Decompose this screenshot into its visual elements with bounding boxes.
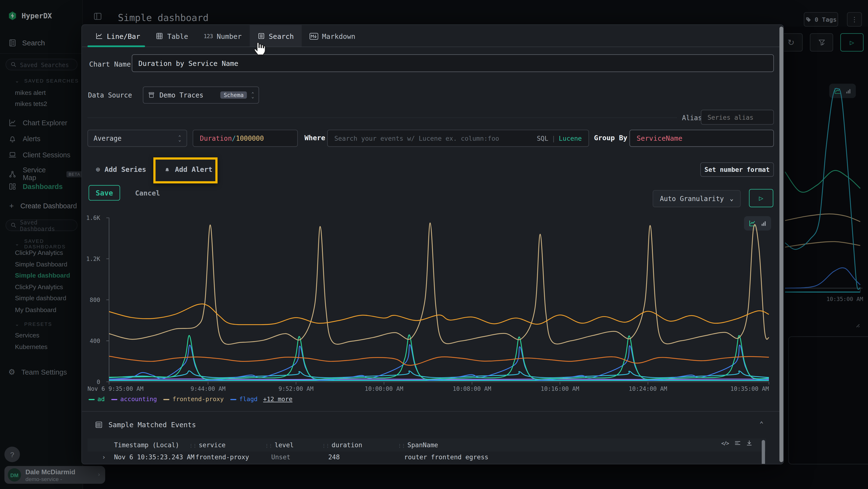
x-tick-label: Nov 6 9:35:00 AM bbox=[88, 385, 144, 392]
legend-swatch bbox=[89, 399, 94, 400]
app-root: HyperDX Search Saved Searches ⌄ SAVED SE… bbox=[0, 0, 868, 489]
legend-swatch bbox=[163, 399, 169, 400]
legend-label: flagd bbox=[239, 396, 257, 403]
table-row[interactable]: ›Nov 6 10:35:23.243 AMfrontend-proxyUnse… bbox=[88, 452, 766, 462]
col-span-name[interactable]: ⋮⋮SpanName bbox=[397, 441, 438, 449]
row-expand-icon[interactable]: › bbox=[102, 453, 105, 461]
legend-item-frontend-proxy[interactable]: frontend-proxy bbox=[163, 396, 224, 403]
drag-handle-icon[interactable]: ⋮⋮ bbox=[265, 443, 272, 449]
drag-handle-icon[interactable]: ⋮⋮ bbox=[397, 443, 405, 449]
add-series-button[interactable]: ⊕ Add Series bbox=[96, 165, 146, 173]
col-service[interactable]: ⋮⋮service bbox=[189, 441, 226, 449]
cell-duration: 248 bbox=[328, 464, 340, 464]
x-tick-label: 10:00:00 AM bbox=[365, 385, 403, 392]
sample-events-header[interactable]: Sample Matched Events bbox=[95, 421, 196, 429]
download-icon[interactable] bbox=[746, 439, 753, 447]
schema-badge[interactable]: Schema bbox=[220, 91, 247, 99]
y-tick-label: 1.2K bbox=[85, 255, 100, 262]
expr-value: 1000000 bbox=[236, 135, 264, 142]
active-tab-underline bbox=[88, 46, 145, 47]
cell-service: frontend-proxy bbox=[195, 464, 249, 464]
group-by-input[interactable]: ServiceName bbox=[629, 130, 774, 147]
where-label: Where bbox=[305, 134, 325, 142]
legend-swatch bbox=[230, 399, 237, 400]
cell-service: frontend-proxy bbox=[195, 453, 249, 461]
col-timestamp[interactable]: Timestamp (Local) bbox=[114, 441, 179, 449]
y-tick-label: 800 bbox=[85, 296, 100, 303]
drag-handle-icon[interactable]: ⋮⋮ bbox=[322, 443, 329, 449]
legend-item-accounting[interactable]: accounting bbox=[112, 396, 157, 403]
chart-name-input[interactable] bbox=[132, 54, 774, 72]
tab-table[interactable]: Table bbox=[148, 25, 196, 47]
granularity-select[interactable]: Auto Granularity ⌄ bbox=[653, 190, 741, 207]
where-search-placeholder: Search your events w/ Lucene ex. column:… bbox=[334, 135, 499, 142]
legend-item-ad[interactable]: ad bbox=[89, 396, 105, 403]
series-flagd bbox=[109, 345, 769, 380]
set-number-format-button[interactable]: Set number format bbox=[700, 163, 774, 177]
data-source-label: Data Source bbox=[88, 91, 132, 99]
markdown-icon bbox=[309, 32, 318, 39]
data-source-select[interactable]: Demo Traces Schema ⌃⌄ bbox=[143, 86, 259, 104]
cell-timestamp: Nov 6 10:35:23.243 AM bbox=[114, 453, 194, 461]
cell-span-name: router frontend egress bbox=[404, 453, 489, 461]
cell-duration: 248 bbox=[328, 453, 340, 461]
sql-toggle[interactable]: SQL bbox=[537, 135, 548, 142]
save-button[interactable]: Save bbox=[89, 185, 120, 201]
col-duration[interactable]: ⋮⋮duration bbox=[322, 441, 362, 449]
legend-label: ad bbox=[97, 396, 105, 403]
legend-more-link[interactable]: +12 more bbox=[263, 396, 292, 403]
drag-handle-icon[interactable]: ⋮⋮ bbox=[189, 443, 196, 449]
y-tick-label: 0 bbox=[85, 378, 100, 385]
database-icon bbox=[148, 91, 155, 99]
play-icon: ▷ bbox=[759, 194, 763, 202]
alias-input[interactable] bbox=[701, 110, 774, 125]
expression-input[interactable]: Duration/1000000 bbox=[193, 130, 298, 147]
legend-item-flagd[interactable]: flagd bbox=[230, 396, 258, 403]
x-tick-label: 9:52:00 AM bbox=[278, 385, 313, 392]
chart-type-tabs: Line/Bar Table 123 Number Search bbox=[88, 25, 363, 47]
x-tick-label: 10:35:00 AM bbox=[730, 385, 769, 392]
col-level[interactable]: ⋮⋮level bbox=[265, 441, 294, 449]
duration-chart[interactable] bbox=[88, 214, 774, 389]
cell-level: Unset bbox=[271, 464, 290, 464]
row-expand-icon[interactable]: › bbox=[102, 464, 105, 464]
data-source-value: Demo Traces bbox=[159, 91, 203, 99]
mouse-cursor bbox=[252, 42, 266, 56]
group-by-value: ServiceName bbox=[637, 134, 682, 142]
tab-line-bar[interactable]: Line/Bar bbox=[88, 25, 148, 47]
cancel-button[interactable]: Cancel bbox=[135, 189, 160, 197]
granularity-value: Auto Granularity bbox=[660, 195, 724, 202]
x-tick-label: 10:24:00 AM bbox=[628, 385, 667, 392]
series-frontend-proxy bbox=[109, 223, 769, 344]
tab-number[interactable]: 123 Number bbox=[196, 25, 249, 47]
select-chevrons-icon: ⌃⌄ bbox=[251, 92, 254, 98]
aggregation-value: Average bbox=[94, 135, 122, 142]
legend-label: accounting bbox=[120, 396, 157, 403]
chart-name-label: Chart Name bbox=[89, 60, 131, 68]
series-divider bbox=[88, 118, 677, 118]
section-divider bbox=[82, 411, 783, 412]
row-density-icon[interactable] bbox=[734, 439, 741, 447]
y-tick-label: 400 bbox=[85, 338, 100, 344]
where-search-input[interactable]: Search your events w/ Lucene ex. column:… bbox=[327, 130, 589, 147]
code-view-icon[interactable]: </> bbox=[721, 440, 728, 446]
select-chevrons-icon: ⌃⌄ bbox=[179, 136, 181, 141]
tab-markdown[interactable]: Markdown bbox=[302, 25, 363, 47]
lucene-toggle[interactable]: Lucene bbox=[559, 135, 582, 142]
chart-run-button[interactable]: ▷ bbox=[749, 189, 773, 207]
chevron-down-icon: ⌄ bbox=[730, 195, 734, 202]
line-chart-icon bbox=[95, 32, 103, 40]
alias-label: Alias bbox=[682, 114, 702, 122]
aggregation-select[interactable]: Average ⌃⌄ bbox=[88, 130, 187, 147]
legend-swatch bbox=[112, 399, 117, 400]
table-row[interactable]: ›Nov 6 10:35:23.243 AMfrontend-proxyUnse… bbox=[88, 462, 766, 464]
series-series-orange-low bbox=[109, 356, 769, 366]
collapse-section-icon[interactable]: ⌃ bbox=[760, 420, 764, 428]
expr-operator: / bbox=[232, 135, 236, 142]
cell-span-name: router frontend egress bbox=[404, 464, 489, 464]
chart-legend: adaccountingfrontend-proxyflagd+12 more bbox=[89, 396, 292, 403]
x-tick-label: 9:44:00 AM bbox=[190, 385, 225, 392]
x-tick-label: 10:16:00 AM bbox=[541, 385, 579, 392]
modal-scrollbar[interactable] bbox=[779, 27, 783, 462]
series-series-cyan bbox=[109, 371, 769, 378]
